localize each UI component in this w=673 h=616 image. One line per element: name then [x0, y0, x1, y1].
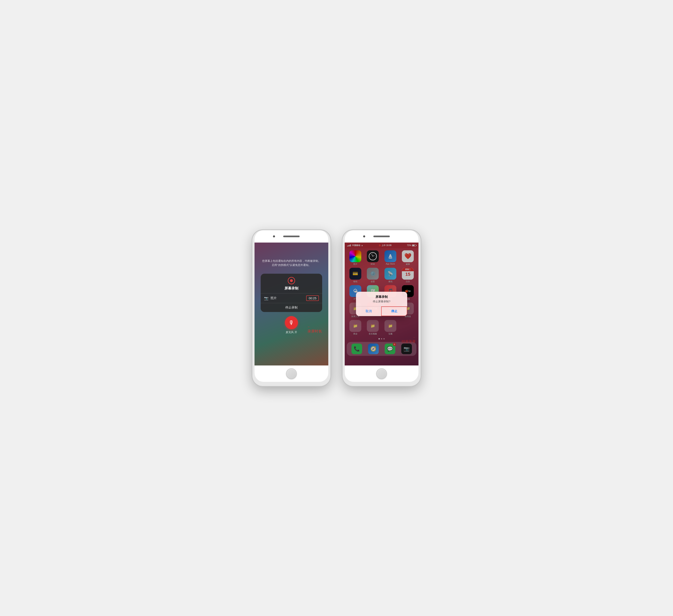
phone-top-2	[345, 230, 419, 243]
phone-top-1	[254, 230, 328, 243]
record-icon-circle	[288, 277, 295, 284]
phone-2: 中国移动 ▲ 🔴 上午 10:09 71%	[343, 230, 421, 386]
mic-button[interactable]: 🎙	[285, 316, 298, 329]
stop-dialog: 屏幕录制 停止屏幕录制? 取消 停止	[356, 292, 407, 316]
annotation-arrow: ←	[307, 325, 322, 328]
record-dot	[290, 279, 293, 282]
record-notice: 您屏幕上包括通知在内的所有内容，均将被录制。 启用"勿扰模式"以避免意外通知。	[254, 259, 328, 268]
phone-bottom-2	[345, 365, 419, 382]
dialog-title: 屏幕录制	[356, 292, 407, 300]
cancel-button[interactable]: 取消	[356, 306, 381, 316]
phone-bottom-1	[254, 365, 328, 382]
mic-section: 🎙 麦克风 开	[285, 316, 298, 334]
phone-1: 您屏幕上包括通知在内的所有内容，均将被录制。 启用"勿扰模式"以避免意外通知。 …	[252, 230, 330, 386]
dialog-overlay: 屏幕录制 停止屏幕录制? 取消 停止	[345, 243, 419, 365]
annotation-text: 录屏时长	[307, 329, 322, 333]
record-panel-title: 屏幕录制	[284, 286, 298, 291]
speaker-2	[373, 236, 390, 237]
left-annotation: ← 录屏时长	[307, 325, 322, 334]
front-camera-1	[273, 235, 275, 238]
confirm-stop-button[interactable]: 停止	[381, 306, 407, 316]
dialog-message: 停止屏幕录制?	[356, 300, 407, 306]
screen-2: 中国移动 ▲ 🔴 上午 10:09 71%	[345, 243, 419, 365]
record-row: 📷 照片 00:25	[261, 293, 322, 303]
record-time: 00:25	[306, 295, 319, 301]
record-panel: 屏幕录制 📷 照片 00:25 停止录制	[261, 274, 322, 312]
screen-1: 您屏幕上包括通知在内的所有内容，均将被录制。 启用"勿扰模式"以避免意外通知。 …	[254, 243, 328, 365]
home-button-2[interactable]	[376, 368, 387, 379]
stop-row[interactable]: 停止录制	[261, 303, 322, 312]
front-camera-2	[363, 235, 365, 238]
speaker-1	[283, 236, 300, 237]
home-button-1[interactable]	[286, 368, 297, 379]
camera-icon: 📷	[264, 296, 268, 301]
dialog-buttons: 取消 停止	[356, 306, 407, 316]
mic-label: 麦克风 开	[286, 330, 297, 334]
save-to-label: 照片	[270, 296, 306, 300]
